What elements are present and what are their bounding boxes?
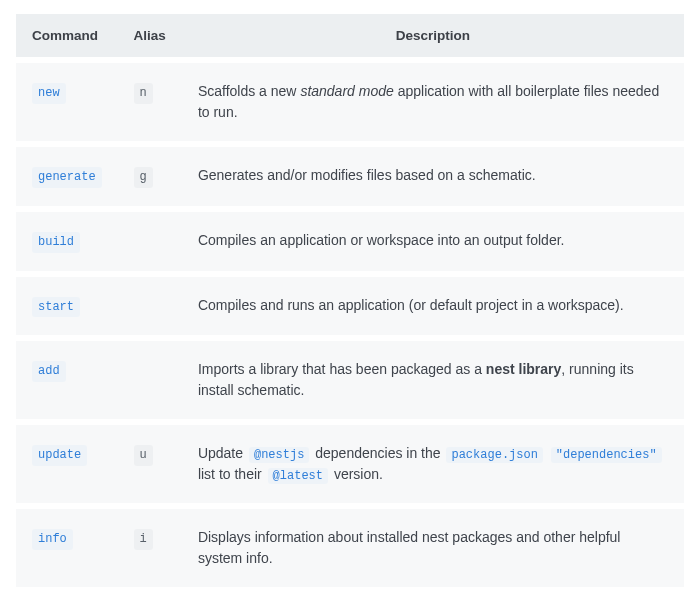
- alias-code: i: [134, 529, 153, 550]
- table-row: infoiDisplays information about installe…: [16, 509, 684, 587]
- alias-code: u: [134, 445, 153, 466]
- command-code: update: [32, 445, 87, 466]
- cell-command: start: [16, 277, 118, 336]
- cell-alias: [118, 341, 182, 419]
- command-code: start: [32, 297, 80, 318]
- command-code: build: [32, 232, 80, 253]
- command-code: new: [32, 83, 66, 104]
- cli-commands-table: Command Alias Description newnScaffolds …: [16, 8, 684, 593]
- cli-commands-table-page: Command Alias Description newnScaffolds …: [0, 0, 700, 610]
- table-row: buildCompiles an application or workspac…: [16, 212, 684, 271]
- command-code: add: [32, 361, 66, 382]
- cell-alias: [118, 277, 182, 336]
- col-header-command: Command: [16, 14, 118, 57]
- table-row: generategGenerates and/or modifies files…: [16, 147, 684, 206]
- table-row: startCompiles and runs an application (o…: [16, 277, 684, 336]
- cell-command: info: [16, 509, 118, 587]
- col-header-alias: Alias: [118, 14, 182, 57]
- cell-alias: i: [118, 509, 182, 587]
- cell-description: Scaffolds a new standard mode applicatio…: [182, 63, 684, 141]
- cell-command: generate: [16, 147, 118, 206]
- col-header-description: Description: [182, 14, 684, 57]
- cell-alias: n: [118, 63, 182, 141]
- cell-description: Displays information about installed nes…: [182, 509, 684, 587]
- table-row: updateuUpdate @nestjs dependencies in th…: [16, 425, 684, 503]
- cell-description: Imports a library that has been packaged…: [182, 341, 684, 419]
- cell-command: add: [16, 341, 118, 419]
- cell-command: update: [16, 425, 118, 503]
- alias-code: g: [134, 167, 153, 188]
- table-body: newnScaffolds a new standard mode applic…: [16, 63, 684, 587]
- cell-description: Compiles and runs an application (or def…: [182, 277, 684, 336]
- cell-alias: [118, 212, 182, 271]
- cell-command: build: [16, 212, 118, 271]
- alias-code: n: [134, 83, 153, 104]
- cell-description: Update @nestjs dependencies in the packa…: [182, 425, 684, 503]
- table-header-row: Command Alias Description: [16, 14, 684, 57]
- command-code: info: [32, 529, 73, 550]
- cell-description: Compiles an application or workspace int…: [182, 212, 684, 271]
- command-code: generate: [32, 167, 102, 188]
- cell-alias: u: [118, 425, 182, 503]
- cell-command: new: [16, 63, 118, 141]
- table-row: addImports a library that has been packa…: [16, 341, 684, 419]
- table-row: newnScaffolds a new standard mode applic…: [16, 63, 684, 141]
- cell-alias: g: [118, 147, 182, 206]
- cell-description: Generates and/or modifies files based on…: [182, 147, 684, 206]
